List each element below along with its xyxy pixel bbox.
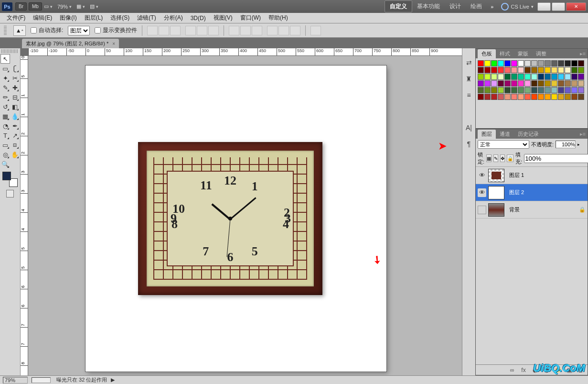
toolbox-grip[interactable] — [1, 49, 19, 53]
fill-input[interactable] — [524, 154, 588, 163]
canvas-viewport[interactable]: 12 1 2 3 4 5 6 7 8 9 10 11 — [28, 56, 462, 375]
swatch[interactable] — [538, 94, 544, 100]
menu-file[interactable]: 文件(F) — [3, 13, 29, 23]
swatch[interactable] — [578, 67, 584, 73]
swatch[interactable] — [478, 60, 484, 66]
swatch-grid[interactable] — [478, 60, 586, 100]
swatch[interactable] — [504, 74, 511, 80]
swatch[interactable] — [511, 60, 517, 66]
swatch[interactable] — [571, 67, 577, 73]
panel-icon[interactable]: ♜ — [464, 74, 474, 84]
swatch[interactable] — [565, 60, 571, 66]
swatch[interactable] — [531, 94, 537, 100]
stamp-tool[interactable]: ⊟ — [10, 92, 20, 102]
swatch[interactable] — [551, 67, 557, 73]
swatch[interactable] — [491, 80, 497, 87]
swatch[interactable] — [545, 60, 551, 66]
3d-camera-tool[interactable]: ◎ — [0, 150, 10, 159]
swatch[interactable] — [504, 60, 511, 66]
cs-live-button[interactable]: CS Live — [501, 3, 534, 11]
swatch[interactable] — [565, 94, 571, 100]
minimize-button[interactable]: ─ — [537, 2, 551, 11]
swatch[interactable] — [578, 80, 584, 87]
tab-styles[interactable]: 样式 — [496, 49, 514, 58]
swatch[interactable] — [545, 94, 551, 100]
workspace-more[interactable]: » — [491, 4, 493, 10]
swatch[interactable] — [484, 67, 491, 73]
opacity-dropdown-icon[interactable]: ▸ — [577, 142, 580, 147]
minibridge-button[interactable]: Mb — [29, 2, 42, 11]
status-menu-icon[interactable]: ▶ — [111, 377, 115, 383]
panel-icon[interactable]: A| — [464, 123, 474, 132]
swatch[interactable] — [511, 87, 517, 93]
menu-filter[interactable]: 滤镜(T) — [133, 13, 160, 23]
brush-tool[interactable]: ✏ — [0, 92, 10, 102]
swatch[interactable] — [558, 74, 564, 80]
swatch[interactable] — [484, 80, 491, 87]
bridge-button[interactable]: Br — [15, 2, 27, 11]
hand-tool[interactable]: ✋ — [10, 150, 20, 159]
swatch[interactable] — [551, 60, 557, 66]
align-icon[interactable] — [197, 26, 207, 35]
swatch[interactable] — [531, 87, 537, 93]
layer-visibility-icon[interactable]: 👁 — [478, 171, 486, 180]
align-icon[interactable] — [147, 26, 158, 35]
swatch[interactable] — [538, 87, 544, 93]
adjustment-layer-icon[interactable]: ◑ — [543, 366, 550, 374]
workspace-design[interactable]: 设计 — [445, 1, 466, 12]
distribute-icon[interactable] — [290, 26, 300, 35]
align-icon[interactable] — [170, 26, 181, 35]
layer-item[interactable]: 👁图层 2 — [476, 184, 588, 201]
align-icon[interactable] — [208, 26, 219, 35]
lasso-tool[interactable]: ʗ — [10, 64, 20, 73]
swatch[interactable] — [511, 94, 517, 100]
swatch[interactable] — [511, 80, 517, 87]
crop-tool[interactable]: ✂ — [10, 73, 20, 83]
swatch[interactable] — [518, 94, 524, 100]
history-brush-tool[interactable]: ↺ — [0, 102, 10, 111]
align-icon[interactable] — [185, 26, 196, 35]
panel-menu-icon[interactable]: ▸≡ — [580, 131, 586, 137]
move-tool[interactable]: ↖ — [0, 54, 10, 64]
workspace-paint[interactable]: 绘画 — [466, 1, 487, 12]
pen-tool[interactable]: ✒ — [10, 121, 20, 131]
swatch[interactable] — [558, 67, 564, 73]
distribute-icon[interactable] — [229, 26, 239, 35]
screen-mode-dropdown[interactable]: ▭ — [44, 3, 53, 10]
swatch[interactable] — [498, 94, 504, 100]
tab-history[interactable]: 历史记录 — [514, 130, 543, 139]
swatch[interactable] — [578, 94, 584, 100]
tab-masks[interactable]: 蒙版 — [514, 49, 532, 58]
swatch[interactable] — [571, 60, 577, 66]
swatch[interactable] — [545, 80, 551, 87]
swatch[interactable] — [551, 80, 557, 87]
zoom-dropdown[interactable]: 79% — [57, 4, 72, 10]
swatch[interactable] — [484, 60, 491, 66]
workspace-basic[interactable]: 基本功能 — [412, 1, 445, 12]
swatch[interactable] — [478, 94, 484, 100]
swatch[interactable] — [565, 80, 571, 87]
swatch[interactable] — [484, 74, 491, 80]
swatch[interactable] — [484, 94, 491, 100]
swatch[interactable] — [491, 87, 497, 93]
swatch[interactable] — [491, 60, 497, 66]
lock-position-icon[interactable]: ✥ — [500, 154, 505, 162]
type-tool[interactable]: T — [0, 131, 10, 140]
panel-icon[interactable]: ≡ — [464, 90, 474, 100]
swatch[interactable] — [511, 74, 517, 80]
color-swatches[interactable] — [2, 172, 18, 187]
swatch[interactable] — [578, 60, 584, 66]
current-tool-indicator[interactable]: ▲+ — [13, 25, 26, 36]
layer-visibility-icon[interactable]: 👁 — [478, 188, 486, 197]
menu-select[interactable]: 选择(S) — [107, 13, 133, 23]
menu-window[interactable]: 窗口(W) — [236, 13, 265, 23]
lock-transparency-icon[interactable]: ▦ — [486, 154, 492, 162]
status-zoom[interactable]: 79% — [3, 377, 28, 384]
ruler-horizontal[interactable]: -150-100-5005010015020025030035040045050… — [28, 48, 462, 56]
swatch[interactable] — [504, 67, 511, 73]
show-transform-checkbox[interactable]: 显示变换控件 — [95, 26, 137, 34]
layer-thumbnail[interactable] — [488, 203, 504, 217]
swatch[interactable] — [538, 80, 544, 87]
swatch[interactable] — [531, 60, 537, 66]
tab-channels[interactable]: 通道 — [496, 130, 514, 139]
